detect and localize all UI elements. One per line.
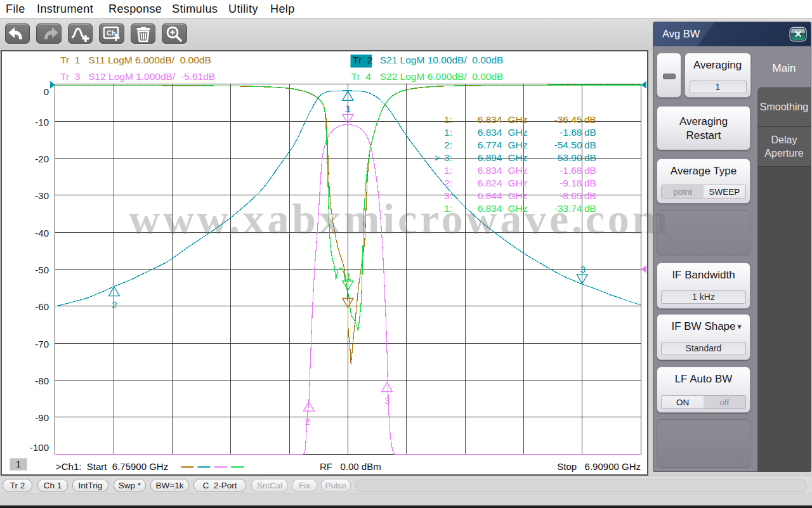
- svg-text:3:: 3:: [444, 152, 452, 163]
- svg-text:-9.18: -9.18: [560, 178, 582, 188]
- svg-text:S21 LogM 10.00dB/ 0.00dB: S21 LogM 10.00dB/ 0.00dB: [380, 55, 504, 65]
- svg-text:-100: -100: [30, 442, 49, 453]
- svg-text:>Ch1: Start 6.75900 GHz: >Ch1: Start 6.75900 GHz: [56, 461, 168, 472]
- svg-text:6.894: 6.894: [478, 152, 502, 163]
- svg-text:>: >: [435, 152, 440, 163]
- svg-text:GHz: GHz: [508, 178, 528, 188]
- svg-text:0: 0: [44, 86, 49, 97]
- svg-text:GHz: GHz: [508, 114, 528, 125]
- svg-text:dB: dB: [584, 203, 596, 214]
- svg-text:dB: dB: [584, 190, 596, 201]
- svg-text:1:: 1:: [444, 127, 452, 138]
- svg-text:6.824: 6.824: [478, 178, 502, 188]
- svg-text:1:: 1:: [444, 203, 452, 214]
- svg-text:GHz: GHz: [508, 165, 528, 176]
- svg-text:1: 1: [346, 103, 351, 114]
- svg-text:-10: -10: [35, 117, 49, 127]
- svg-text:GHz: GHz: [508, 190, 528, 201]
- svg-text:3:: 3:: [444, 190, 452, 201]
- svg-text:-1.68: -1.68: [560, 165, 582, 176]
- svg-text:GHz: GHz: [508, 203, 528, 214]
- svg-text:dB: dB: [584, 127, 596, 138]
- svg-text:-36.45: -36.45: [554, 114, 582, 125]
- svg-text:-20: -20: [35, 153, 49, 164]
- svg-text:dB: dB: [584, 178, 596, 188]
- svg-text:6.834: 6.834: [478, 114, 502, 125]
- svg-text:6.834: 6.834: [478, 127, 502, 138]
- svg-text:3: 3: [384, 395, 390, 406]
- svg-text:-80: -80: [35, 375, 49, 386]
- svg-text:6.834: 6.834: [478, 165, 502, 176]
- svg-text:dB: dB: [584, 165, 596, 176]
- svg-text:Stop 6.90900 GHz: Stop 6.90900 GHz: [557, 461, 641, 472]
- svg-text:GHz: GHz: [508, 127, 528, 138]
- svg-text:dB: dB: [584, 114, 596, 125]
- svg-text:-1.68: -1.68: [560, 127, 582, 138]
- svg-text:1:: 1:: [444, 165, 452, 176]
- svg-text:-90: -90: [35, 412, 49, 423]
- svg-text:-60: -60: [35, 301, 49, 312]
- svg-text:-53.90: -53.90: [554, 152, 582, 163]
- svg-text:1: 1: [346, 271, 351, 282]
- svg-text:-54.50: -54.50: [554, 140, 582, 150]
- svg-text:-40: -40: [35, 228, 49, 238]
- svg-text:Tr 4: Tr 4: [351, 71, 372, 82]
- svg-text:2:: 2:: [444, 140, 452, 150]
- svg-text:-30: -30: [35, 190, 49, 201]
- svg-text:1:: 1:: [444, 114, 452, 125]
- svg-text:Tr 3 S12 LogM 1.000dB/ -5.: Tr 3 S12 LogM 1.000dB/ -5.61dB: [60, 71, 215, 82]
- svg-text:3: 3: [580, 264, 586, 275]
- svg-text:-8.65: -8.65: [560, 190, 582, 201]
- svg-text:6.774: 6.774: [478, 140, 502, 150]
- svg-text:dB: dB: [584, 140, 596, 150]
- svg-text:GHz: GHz: [508, 140, 528, 150]
- svg-text:GHz: GHz: [508, 152, 528, 163]
- svg-text:-70: -70: [35, 339, 49, 349]
- svg-text:-50: -50: [35, 264, 49, 275]
- svg-text:Tr 2: Tr 2: [353, 55, 372, 65]
- svg-text:S22 LogM 6.000dB/ 0.00dB: S22 LogM 6.000dB/ 0.00dB: [380, 71, 504, 82]
- svg-text:2:: 2:: [444, 178, 452, 188]
- svg-text:2: 2: [304, 416, 310, 427]
- svg-text:Tr 1 S11 LogM 6.000dB/ 0.0: Tr 1 S11 LogM 6.000dB/ 0.00dB: [60, 55, 211, 65]
- svg-text:RF 0.00 dBm: RF 0.00 dBm: [320, 461, 381, 472]
- svg-text:6.834: 6.834: [478, 203, 502, 214]
- svg-text:1: 1: [16, 459, 21, 469]
- svg-text:6.844: 6.844: [478, 190, 502, 201]
- svg-text:dB: dB: [584, 152, 596, 163]
- svg-text:2: 2: [112, 299, 117, 310]
- svg-text:-33.74: -33.74: [554, 203, 582, 214]
